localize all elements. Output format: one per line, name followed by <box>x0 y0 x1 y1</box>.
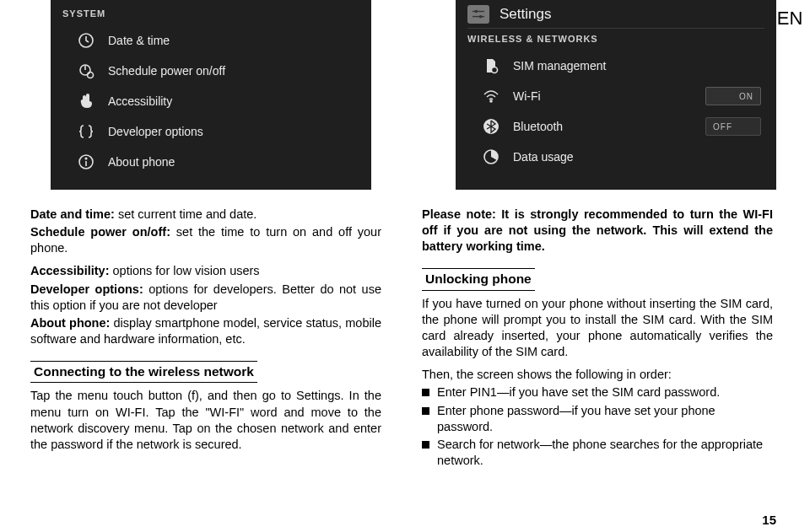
body-column-left: Date and time: set current time and date… <box>30 207 381 470</box>
svg-point-2 <box>88 73 94 78</box>
wifi-icon <box>483 88 500 105</box>
setting-label: Wi-Fi <box>513 89 692 103</box>
language-badge: EN <box>773 5 807 32</box>
setting-about-phone[interactable]: About phone <box>62 147 359 177</box>
list-item: Search for network—the phone searches fo… <box>422 437 773 469</box>
setting-label: Data usage <box>513 150 764 164</box>
body-column-right: Please note: It is strongly recommended … <box>422 207 773 470</box>
sim-icon <box>483 57 500 74</box>
please-note: Please note: It is strongly recommended … <box>422 207 773 253</box>
clock-icon <box>78 32 94 49</box>
power-schedule-icon <box>78 62 94 79</box>
section-header-wireless: WIRELESS & NETWORKS <box>467 34 764 44</box>
term-developer-options: Developer options: <box>30 282 143 296</box>
svg-point-8 <box>490 100 492 102</box>
section-header-system: SYSTEM <box>62 8 359 19</box>
svg-point-6 <box>479 14 483 18</box>
setting-label: Accessibility <box>108 94 359 108</box>
setting-developer-options[interactable]: Developer options <box>62 116 359 147</box>
unlock-steps-list: Enter PIN1—if you have set the SIM card … <box>422 384 773 469</box>
heading-unlocking-phone: Unlocking phone <box>422 268 535 290</box>
wifi-toggle[interactable]: ON <box>705 87 761 105</box>
page-number: 15 <box>762 513 776 527</box>
desc-accessibility: options for low vision users <box>110 264 260 277</box>
term-accessibility: Accessibility: <box>30 264 110 277</box>
svg-point-4 <box>85 158 87 159</box>
settings-sliders-icon <box>467 5 489 24</box>
setting-label: Bluetooth <box>513 120 692 133</box>
setting-label: SIM management <box>513 59 764 73</box>
term-about-phone: About phone: <box>30 316 110 330</box>
setting-sim-management[interactable]: SIM management <box>467 51 764 81</box>
desc-date-time: set current time and date. <box>115 207 256 221</box>
setting-date-time[interactable]: Date & time <box>62 25 359 56</box>
setting-schedule-power[interactable]: Schedule power on/off <box>62 56 359 86</box>
paragraph-sim-check: If you have turned on your phone without… <box>422 296 773 361</box>
hand-icon <box>78 93 94 110</box>
heading-connecting-wireless: Connecting to the wireless network <box>30 361 257 383</box>
setting-wifi[interactable]: Wi-Fi ON <box>467 81 764 111</box>
bluetooth-toggle[interactable]: OFF <box>705 117 761 136</box>
setting-bluetooth[interactable]: Bluetooth OFF <box>467 111 764 142</box>
list-item: Enter PIN1—if you have set the SIM card … <box>422 384 773 400</box>
info-icon <box>78 153 94 170</box>
list-item: Enter phone password—if you have set you… <box>422 403 773 435</box>
setting-accessibility[interactable]: Accessibility <box>62 86 359 116</box>
data-usage-icon <box>483 148 500 165</box>
svg-point-7 <box>492 67 498 73</box>
setting-label: Schedule power on/off <box>108 64 359 78</box>
svg-point-5 <box>475 9 478 13</box>
settings-title-row: Settings <box>467 0 764 29</box>
bluetooth-icon <box>483 118 500 135</box>
setting-label: Developer options <box>108 125 359 138</box>
paragraph-screen-shows: Then, the screen shows the following in … <box>422 367 773 383</box>
settings-title: Settings <box>500 6 551 23</box>
setting-label: About phone <box>108 155 359 169</box>
term-schedule-power: Schedule power on/off: <box>30 225 170 239</box>
system-settings-panel: SYSTEM Date & time Schedule power on/off <box>51 0 371 190</box>
term-date-time: Date and time: <box>30 207 115 221</box>
paragraph-wifi-instructions: Tap the menu touch button (f), and then … <box>30 388 381 453</box>
braces-icon <box>78 123 94 140</box>
setting-label: Date & time <box>108 34 359 47</box>
setting-data-usage[interactable]: Data usage <box>467 142 764 172</box>
wireless-settings-panel: Settings WIRELESS & NETWORKS SIM managem… <box>456 0 776 190</box>
